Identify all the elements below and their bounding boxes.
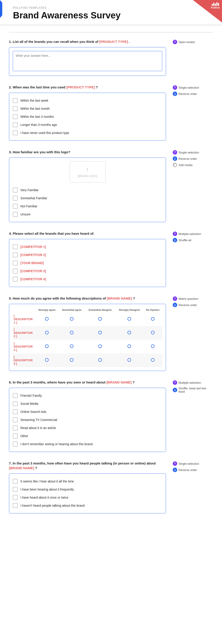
matrix-row-1-label: [ DESCRIPTOR 1 ] <box>13 312 35 326</box>
checkbox-1[interactable] <box>13 98 18 103</box>
radio-r2-c1[interactable] <box>45 331 49 334</box>
radio-r4-c1[interactable] <box>45 358 49 362</box>
checkbox-3[interactable] <box>13 114 18 119</box>
brand-logo-upload[interactable]: ↑ [BRAND LOGO] <box>70 161 106 182</box>
matrix-col-5: No Opinion <box>143 308 162 312</box>
header: POLLFISH TEMPLATES Brand Awareness Surve… <box>0 0 222 25</box>
matrix-r1-c2[interactable] <box>59 312 85 326</box>
checkbox-q4-4[interactable] <box>13 268 18 274</box>
matrix-r3-c4[interactable] <box>115 340 143 354</box>
meta-q3-reverse: || Reverse order <box>173 156 213 161</box>
meta-q5-reverse-label: Reverse order <box>179 304 197 307</box>
checkbox-q6-3[interactable] <box>13 409 18 414</box>
q3-option-2: Somewhat Familiar <box>13 194 162 202</box>
checkbox-q6-7[interactable] <box>13 442 18 446</box>
q7-text-part2: ? <box>35 466 37 470</box>
radio-r1-c4[interactable] <box>127 317 131 321</box>
question-4-answer-box: [COMPETITOR 1] [COMPETITOR 2] [YOUR BRAN… <box>9 239 166 287</box>
checkbox-2[interactable] <box>13 106 18 111</box>
matrix-r2-c4[interactable] <box>115 326 143 340</box>
radio-r2-c2[interactable] <box>70 331 73 334</box>
checkbox-q7-2[interactable] <box>13 487 18 492</box>
checkbox-q4-2[interactable] <box>13 252 18 258</box>
radio-r3-c1[interactable] <box>45 344 49 348</box>
matrix-r4-c4[interactable] <box>115 354 143 367</box>
header-divider <box>9 32 213 32</box>
question-6: 6. In the past 3 months, where have you … <box>9 380 213 452</box>
radio-r4-c5[interactable] <box>151 358 155 362</box>
header-top-label: POLLFISH TEMPLATES <box>13 6 213 10</box>
q3-option-4: Unsure <box>13 210 162 218</box>
bar-chart-icon <box>212 2 219 6</box>
radio-r3-c2[interactable] <box>70 344 73 348</box>
radio-r1-c1[interactable] <box>45 317 49 321</box>
checkbox-q7-3[interactable] <box>13 495 18 500</box>
checkbox-q3-4[interactable] <box>13 212 18 217</box>
checkbox-q6-5[interactable] <box>13 426 18 430</box>
matrix-r2-c3[interactable] <box>85 326 115 340</box>
radio-r4-c4[interactable] <box>127 358 131 362</box>
open-ended-textarea[interactable] <box>13 51 162 71</box>
matrix-r3-c3[interactable] <box>85 340 115 354</box>
checkbox-q4-5[interactable] <box>13 277 18 282</box>
checkbox-q7-4[interactable] <box>13 503 18 508</box>
q7-brand-tag: [BRAND NAME] <box>9 466 34 470</box>
radio-r3-c3[interactable] <box>98 344 102 348</box>
checkbox-q3-3[interactable] <box>13 204 18 209</box>
meta-q6-multi-label: Multiple-selection <box>179 381 201 384</box>
checkbox-q3-2[interactable] <box>13 196 18 200</box>
radio-r3-c4[interactable] <box>127 344 131 348</box>
checkbox-q6-1[interactable] <box>13 393 18 398</box>
question-1-answer-box <box>9 47 166 76</box>
matrix-r1-c3[interactable] <box>85 312 115 326</box>
checkbox-5[interactable] <box>13 130 18 135</box>
checkbox-q7-1[interactable] <box>13 479 18 484</box>
radio-r4-c3[interactable] <box>98 358 102 362</box>
q7-text-part1: In the past 3 months, how often have you… <box>13 461 156 465</box>
matrix-r2-c5[interactable] <box>143 326 162 340</box>
checkbox-q6-6[interactable] <box>13 434 18 438</box>
q4-option-5: [COMPETITOR 4] <box>13 275 162 283</box>
q6-text-part2: ? <box>133 380 135 384</box>
meta-q7-reverse-label: Reverse order <box>179 468 197 472</box>
checkbox-4[interactable] <box>13 122 18 127</box>
matrix-r3-c1[interactable] <box>35 340 59 354</box>
matrix-r4-c1[interactable] <box>35 354 59 367</box>
matrix-r1-c1[interactable] <box>35 312 59 326</box>
matrix-r1-c4[interactable] <box>115 312 143 326</box>
matrix-r4-c3[interactable] <box>85 354 115 367</box>
radio-r1-c3[interactable] <box>98 317 102 321</box>
q3-num: 3. <box>9 150 13 154</box>
q5-num: 5. <box>9 296 13 300</box>
radio-r4-c2[interactable] <box>70 358 73 362</box>
checkbox-q3-1[interactable] <box>13 188 18 192</box>
meta-q5-matrix-label: Matrix question <box>179 297 198 300</box>
q3-option-1-label: Very Familiar <box>20 188 39 192</box>
matrix-r2-c1[interactable] <box>35 326 59 340</box>
meta-icon-q6-2: || <box>173 388 177 392</box>
checkbox-q4-3[interactable] <box>13 260 18 266</box>
radio-r1-c5[interactable] <box>151 317 155 321</box>
matrix-r2-c2[interactable] <box>59 326 85 340</box>
matrix-r3-c5[interactable] <box>143 340 162 354</box>
q2-option-1-label: Within the last week <box>20 99 48 102</box>
checkbox-q4-1[interactable] <box>13 244 18 249</box>
q2-text-part1: When was the last time you used <box>13 85 66 89</box>
matrix-r1-c5[interactable] <box>143 312 162 326</box>
q3-option-3: Not Familiar <box>13 202 162 210</box>
radio-r3-c5[interactable] <box>151 344 155 348</box>
radio-r2-c3[interactable] <box>98 331 102 334</box>
checkbox-q6-2[interactable] <box>13 401 18 406</box>
checkbox-q6-4[interactable] <box>13 417 18 422</box>
radio-r2-c4[interactable] <box>127 331 131 334</box>
meta-icon-q5-1: ? <box>173 296 177 301</box>
question-1-left: 1. List all of the brands you can recall… <box>9 39 166 76</box>
matrix-r3-c2[interactable] <box>59 340 85 354</box>
matrix-r4-c2[interactable] <box>59 354 85 367</box>
q5-brand-tag: [BRAND NAME] <box>107 296 132 300</box>
matrix-r4-c5[interactable] <box>143 354 162 367</box>
question-7-meta: ? Single-selection || Reverse order <box>173 461 213 474</box>
radio-r1-c2[interactable] <box>70 317 73 321</box>
radio-r2-c5[interactable] <box>151 331 155 334</box>
q6-option-5-label: Read about it in an article <box>20 426 56 430</box>
